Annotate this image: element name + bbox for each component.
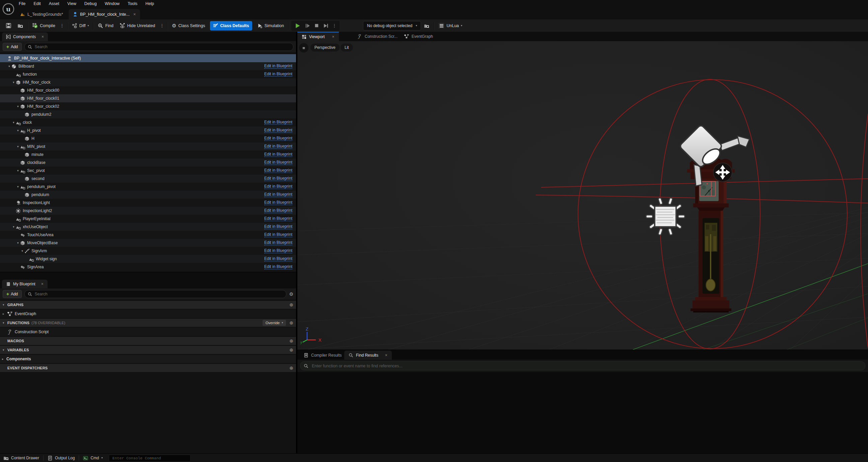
menu-item-tools[interactable]: Tools [124,1,141,7]
component-row-signarea[interactable]: SignAreaEdit in Blueprint [0,263,296,271]
menu-item-edit[interactable]: Edit [29,1,45,7]
component-row-h[interactable]: HEdit in Blueprint [0,134,296,142]
expander-arrow-icon[interactable]: ▾ [11,225,16,229]
compile-options-icon[interactable]: ⋮ [58,23,66,28]
close-icon[interactable]: × [41,282,43,286]
edit-in-blueprint-link[interactable]: Edit in Blueprint [264,168,292,173]
edit-in-blueprint-link[interactable]: Edit in Blueprint [264,64,292,69]
component-row-signarm[interactable]: ▾SignArmEdit in Blueprint [0,247,296,255]
edit-in-blueprint-link[interactable]: Edit in Blueprint [264,160,292,165]
debug-object-dropdown[interactable]: No debug object selected ▾ [363,21,421,30]
component-row-sec-pivot[interactable]: ▾Sec_pivotEdit in Blueprint [0,167,296,175]
tab-viewport[interactable]: Viewport × [298,32,339,41]
section-header-event-dispatchers[interactable]: EVENT DISPATCHERS⊕ [0,364,296,372]
viewport-options-button[interactable]: ≡ [299,43,308,53]
component-row-xhcuseobject[interactable]: ▾xhcUseObjectEdit in Blueprint [0,223,296,231]
edit-in-blueprint-link[interactable]: Edit in Blueprint [264,240,292,245]
hide-unrelated-options-icon[interactable]: ⋮ [158,23,166,28]
add-component-button[interactable]: + Add [3,43,22,51]
component-row-pendulum[interactable]: pendulumEdit in Blueprint [0,191,296,199]
save-button[interactable] [3,21,14,30]
output-log-button[interactable]: Output Log [44,454,78,462]
menu-item-file[interactable]: File [15,1,29,7]
add-circle-icon[interactable]: ⊕ [289,320,293,326]
section-header-graphs[interactable]: ▾GRAPHS⊕ [0,301,296,309]
components-search-input[interactable] [34,44,290,50]
component-row-function[interactable]: functionEdit in Blueprint [0,70,296,78]
add-circle-icon[interactable]: ⊕ [289,365,293,371]
edit-in-blueprint-link[interactable]: Edit in Blueprint [264,144,292,149]
component-row-hm-floor-clock00[interactable]: HM_floor_clock00 [0,86,296,94]
menu-item-debug[interactable]: Debug [81,1,101,7]
tab-components[interactable]: Components × [2,32,48,41]
menu-item-asset[interactable]: Asset [45,1,63,7]
expander-arrow-icon[interactable]: ▾ [16,129,20,132]
expander-arrow-icon[interactable]: ▾ [16,241,20,244]
edit-in-blueprint-link[interactable]: Edit in Blueprint [264,225,292,229]
debug-browse-button[interactable] [421,21,432,30]
browse-asset-button[interactable] [14,21,26,30]
simulation-button[interactable]: Simulation [254,21,287,30]
expander-arrow-icon[interactable]: ▾ [16,185,20,188]
component-row-clock[interactable]: ▾clockEdit in Blueprint [0,119,296,127]
section-header-macros[interactable]: MACROS⊕ [0,337,296,345]
lit-mode-button[interactable]: Lit [341,43,353,52]
expander-arrow-icon[interactable]: ▾ [16,169,20,172]
edit-in-blueprint-link[interactable]: Edit in Blueprint [264,192,292,197]
edit-in-blueprint-link[interactable]: Edit in Blueprint [264,128,292,133]
play-button[interactable] [293,21,303,30]
expander-arrow-icon[interactable]: ▾ [16,105,20,108]
expander-arrow-icon[interactable]: ▾ [3,348,7,352]
edit-in-blueprint-link[interactable]: Edit in Blueprint [264,152,292,157]
tab-eventgraph[interactable]: EventGraph [400,32,437,41]
edit-in-blueprint-link[interactable]: Edit in Blueprint [264,200,292,205]
compile-button[interactable]: Compile [29,21,58,30]
console-command-input[interactable] [112,456,188,461]
add-circle-icon[interactable]: ⊕ [289,347,293,353]
unreal-engine-logo[interactable]: u [2,3,14,15]
component-row-inspectionlight[interactable]: InspectionLightEdit in Blueprint [0,199,296,207]
stop-button[interactable] [312,21,321,30]
find-results-search[interactable] [300,361,865,370]
blueprint-item-construction-script[interactable]: Construction Script [0,328,296,336]
component-row-inspectionlight2[interactable]: InspectionLight2Edit in Blueprint [0,207,296,215]
section-header-variables[interactable]: ▾VARIABLES⊕ [0,346,296,354]
component-row-hm-floor-clock[interactable]: ▾HM_floor_clock [0,78,296,86]
cmd-dropdown[interactable]: Cmd ▾ [80,454,106,462]
component-row-clockbase[interactable]: clockBaseEdit in Blueprint [0,159,296,167]
edit-in-blueprint-link[interactable]: Edit in Blueprint [264,265,292,269]
edit-in-blueprint-link[interactable]: Edit in Blueprint [264,184,292,189]
component-row-pendulum2[interactable]: pendulum2 [0,110,296,119]
close-icon[interactable]: × [332,34,334,39]
tab-find-results[interactable]: Find Results × [344,351,392,360]
blueprint-item-eventgraph[interactable]: ▸EventGraph [0,310,296,318]
component-row-billboard[interactable]: ▾BillboardEdit in Blueprint [0,62,296,70]
component-row-hm-floor-clock02[interactable]: ▾HM_floor_clock02 [0,102,296,110]
expander-arrow-icon[interactable]: ▾ [3,303,7,306]
expander-arrow-icon[interactable]: ▾ [7,65,11,68]
content-drawer-button[interactable]: Content Drawer [0,454,42,462]
component-row-bp-hm-floor-clock-interactive-self[interactable]: BP_HM_floor_clock_Interactive (Self) [0,54,296,62]
my-blueprint-search-input[interactable] [34,291,283,297]
edit-in-blueprint-link[interactable]: Edit in Blueprint [264,217,292,221]
add-circle-icon[interactable]: ⊕ [289,338,293,343]
play-options-icon[interactable]: ⋮ [331,23,338,28]
edit-in-blueprint-link[interactable]: Edit in Blueprint [264,176,292,181]
edit-in-blueprint-link[interactable]: Edit in Blueprint [264,249,292,253]
edit-in-blueprint-link[interactable]: Edit in Blueprint [264,257,292,261]
category-components[interactable]: ▸Components [0,355,296,363]
expander-arrow-icon[interactable]: ▾ [11,121,16,124]
component-row-moveobjectbase[interactable]: ▾MoveObjectBaseEdit in Blueprint [0,239,296,247]
component-row-pendulum-pivot[interactable]: ▾pendulum_pivotEdit in Blueprint [0,183,296,191]
find-results-search-input[interactable] [311,363,862,369]
component-row-hm-floor-clock01[interactable]: HM_floor_clock01 [0,94,296,102]
component-row-minute[interactable]: minuteEdit in Blueprint [0,151,296,159]
edit-in-blueprint-link[interactable]: Edit in Blueprint [264,136,292,141]
tab-my-blueprint[interactable]: My Blueprint × [2,280,48,288]
component-row-playereyeinitial[interactable]: PlayerEyeInitialEdit in Blueprint [0,215,296,223]
expander-arrow-icon[interactable]: ▾ [11,80,16,84]
perspective-button[interactable]: Perspective [310,43,340,52]
components-search[interactable] [25,43,293,51]
hide-unrelated-button[interactable]: Hide Unrelated [117,21,158,30]
diff-button[interactable]: Diff▾ [69,21,92,30]
